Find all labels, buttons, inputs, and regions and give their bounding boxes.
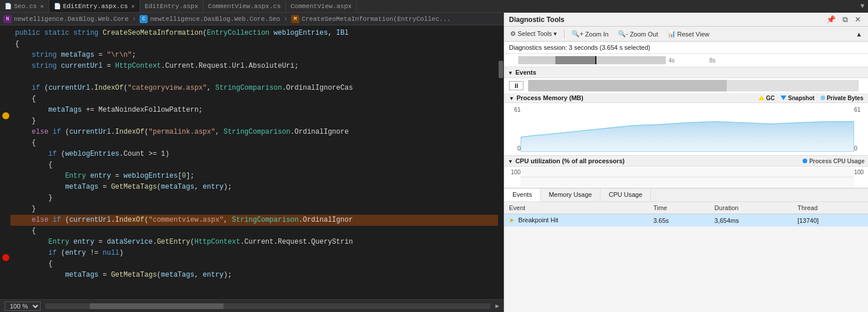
zoom-out-button[interactable]: 🔍- Zoom Out <box>616 29 661 39</box>
code-line-9: } <box>10 116 498 127</box>
breakpoint-warning-icon <box>2 112 9 119</box>
events-table-container: Event Time Duration Thread ➤ Breakpoint … <box>504 202 868 227</box>
process-memory-header[interactable]: Process Memory (MB) GC Snapshot Priva <box>504 93 868 103</box>
snapshot-legend: Snapshot <box>781 95 815 101</box>
memory-ymax-right: 61 <box>854 107 868 113</box>
code-content[interactable]: public static string CreateSeoMetaInform… <box>10 25 498 299</box>
editor-vertical-scrollbar[interactable] <box>498 25 504 299</box>
memory-chart-container: 61 0 61 0 <box>504 103 868 155</box>
code-editor[interactable]: public static string CreateSeoMetaInform… <box>0 25 504 299</box>
code-line-8: metaTags += MetaNoindexFollowPattern; <box>10 105 498 116</box>
tab-edit-entry-aspx-cs[interactable]: 📄 EditEntry.aspx.cs ✕ <box>49 0 140 12</box>
tab-events[interactable]: Events <box>504 189 541 201</box>
horizontal-scrollbar[interactable] <box>45 303 490 309</box>
line-gutter <box>0 25 10 299</box>
tab-comment-view-aspx-cs[interactable]: CommentView.aspx.cs <box>203 0 285 12</box>
code-line-13: { <box>10 160 498 171</box>
code-line-3: string metaTags = "\r\n"; <box>10 50 498 61</box>
breadcrumb-class[interactable]: C newtelligence.DasBlog.Web.Core.Seo <box>136 15 283 23</box>
event-fill <box>528 80 727 91</box>
zoom-level-display: 100 % <box>5 302 41 311</box>
code-line-15: metaTags = GetMetaTags(metaTags, entry); <box>10 182 498 193</box>
time-cell: 3.65s <box>649 214 710 227</box>
diagnostic-toolbar: Select Tools ▾ 🔍+ Zoom In 🔍- Zoom Out 📊 … <box>504 27 868 42</box>
toolbar-separator-1 <box>564 30 565 39</box>
tab-close-seo[interactable]: ✕ <box>41 3 44 10</box>
memory-chart-svg <box>521 105 854 152</box>
col-time: Time <box>649 202 710 214</box>
events-table: Event Time Duration Thread ➤ Breakpoint … <box>504 202 868 227</box>
zoom-in-icon: 🔍+ <box>572 30 583 38</box>
cpu-ymax-right: 100 <box>854 169 868 175</box>
cpu-legend-label: Process CPU Usage <box>809 158 865 164</box>
zoom-in-button[interactable]: 🔍+ Zoom In <box>569 29 611 39</box>
code-line-1: public static string CreateSeoMetaInform… <box>10 28 498 39</box>
tab-seo-cs[interactable]: 📄 Seo.cs ✕ <box>0 0 49 12</box>
cpu-legend-dot <box>803 159 807 163</box>
tab-edit-entry-aspx[interactable]: EditEntry.aspx <box>140 0 203 12</box>
breadcrumb-namespace[interactable]: N newtelligence.DasBlog.Web.Core <box>0 15 132 23</box>
scrollbar-thumb[interactable] <box>499 61 503 78</box>
tab-cpu-usage[interactable]: CPU Usage <box>600 189 651 201</box>
zoom-out-icon: 🔍- <box>618 30 628 38</box>
col-event: Event <box>504 202 649 214</box>
thread-cell: [13740] <box>793 214 868 227</box>
events-section-header[interactable]: Events <box>504 67 868 78</box>
scroll-up-button[interactable]: ▲ <box>854 30 865 39</box>
breadcrumb-method[interactable]: M CreateSeoMetaInformation(EntryCollec..… <box>288 15 454 23</box>
float-button[interactable]: ⧉ <box>840 15 850 24</box>
timeline-label-8s: 8s <box>709 57 716 64</box>
events-content: ⏸ <box>504 78 868 93</box>
breakpoint-icon <box>2 254 9 261</box>
reset-view-icon: 📊 <box>668 30 676 38</box>
col-duration: Duration <box>710 202 793 214</box>
code-line-23: metaTags = GetMetaTags(metaTags, entry); <box>10 270 498 281</box>
cpu-chart-svg <box>521 168 854 186</box>
breadcrumb: N newtelligence.DasBlog.Web.Core › C new… <box>0 13 504 25</box>
session-info: Diagnostics session: 3 seconds (3.654 s … <box>504 42 868 54</box>
diagnostic-tools-panel: Diagnostic Tools 📌 ⧉ ✕ Select Tools ▾ 🔍+… <box>504 13 868 312</box>
cpu-chart-area: 100 100 <box>504 167 868 188</box>
pause-button[interactable]: ⏸ <box>509 81 523 90</box>
gc-legend: GC <box>759 95 775 101</box>
reset-view-button[interactable]: 📊 Reset View <box>665 29 712 39</box>
scroll-right-arrow[interactable]: ▶ <box>495 302 499 310</box>
tab-close-edit-entry[interactable]: ✕ <box>131 3 135 10</box>
timeline-label-4s: 4s <box>668 57 675 64</box>
tab-comment-view-aspx[interactable]: CommentView.aspx <box>286 0 357 12</box>
code-line-21: if (entry != null) <box>10 248 498 259</box>
gear-icon <box>510 30 516 38</box>
memory-ymin-left: 0 <box>507 145 521 152</box>
diagnostic-titlebar: Diagnostic Tools 📌 ⧉ ✕ <box>504 13 868 27</box>
code-line-22: { <box>10 259 498 270</box>
code-line-6: if (currentUrl.IndexOf("categoryview.asp… <box>10 83 498 94</box>
private-bytes-legend: Private Bytes <box>821 95 863 101</box>
cpu-collapse-arrow <box>508 158 513 164</box>
table-row[interactable]: ➤ Breakpoint Hit 3.65s 3,654ms [13740] <box>504 214 868 227</box>
code-line-20: Entry entry = dataService.GetEntry(HttpC… <box>10 237 498 248</box>
timeline-area[interactable]: 4s 8s <box>504 54 868 67</box>
code-line-16: } <box>10 193 498 204</box>
tab-overflow-button[interactable]: ▼ <box>857 0 868 12</box>
timeline-selection[interactable] <box>555 56 597 64</box>
snapshot-icon <box>781 96 786 100</box>
breakpoint-arrow-icon: ➤ <box>509 216 514 223</box>
pin-button[interactable]: 📌 <box>824 15 838 24</box>
memory-collapse-arrow <box>509 95 514 101</box>
memory-ymin-right: 0 <box>854 145 868 152</box>
bottom-tabs: Events Memory Usage CPU Usage <box>504 188 868 202</box>
cs-file-icon-2: 📄 <box>54 3 61 10</box>
close-diagnostic-button[interactable]: ✕ <box>852 15 863 24</box>
diagnostic-body[interactable]: Events ⏸ Process Memory (MB) GC <box>504 67 868 312</box>
cpu-section-header[interactable]: CPU utilization (% of all processors) Pr… <box>504 156 868 167</box>
zoom-dropdown[interactable]: 100 % <box>5 302 41 311</box>
select-tools-button[interactable]: Select Tools ▾ <box>508 29 559 39</box>
duration-cell: 3,654ms <box>710 214 793 227</box>
svg-marker-0 <box>521 122 854 152</box>
process-memory-section: Process Memory (MB) GC Snapshot Priva <box>504 93 868 156</box>
session-text: Diagnostics session: 3 seconds (3.654 s … <box>509 44 650 51</box>
cs-file-icon: 📄 <box>5 3 12 10</box>
cpu-label: CPU utilization (% of all processors) <box>515 157 625 164</box>
code-line-2: { <box>10 39 498 50</box>
tab-memory-usage[interactable]: Memory Usage <box>541 189 601 201</box>
